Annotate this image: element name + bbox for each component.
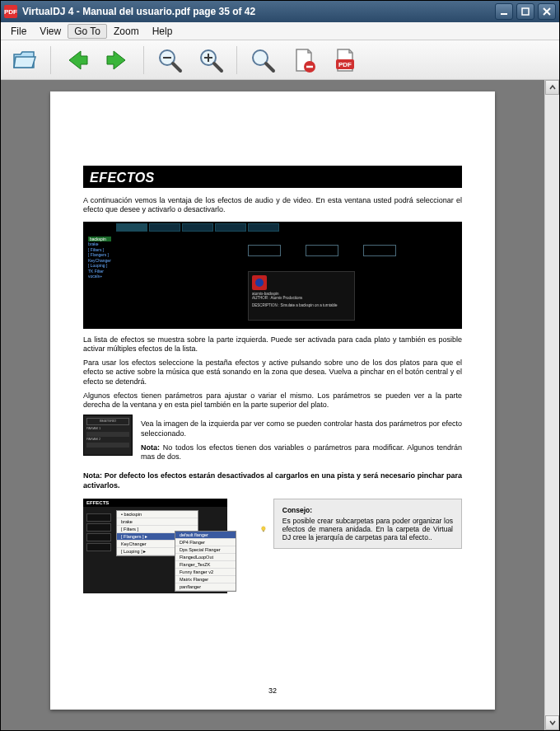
screenshot-tab [149,223,180,232]
menu-zoom[interactable]: Zoom [107,24,146,39]
svg-line-5 [173,63,180,71]
effect-detail-box: atomix-backspin AUTHOR : Atomix Producti… [248,271,355,321]
chevron-down-icon [548,719,557,727]
zoom-out-icon [156,46,184,74]
screenshot-tab [248,223,279,232]
page-remove-icon [290,46,318,74]
svg-rect-1 [522,8,529,15]
screenshot-tab [182,223,213,232]
paragraph: Nota: No todos los efectos tienen dos va… [141,443,462,462]
paragraph: Para usar los efectos seleccione la pest… [83,358,462,387]
pdf-icon: PDF [331,46,359,74]
zoom-in-button[interactable] [195,45,226,76]
toolbar: PDF [1,40,559,80]
arrow-left-icon [63,46,91,74]
export-pdf-button[interactable]: PDF [329,45,361,76]
vertical-scrollbar[interactable] [544,80,559,730]
menu-bar: File View Go To Zoom Help [1,22,559,40]
lightbulb-icon [260,520,267,538]
effects-list: backspin brake [ Filters ] [ Flangers ] … [88,237,111,279]
magnifier-icon [249,46,277,74]
section-heading: EFECTOS [83,166,462,188]
param-slot [306,245,338,256]
open-file-button[interactable] [9,45,40,76]
document-viewport: EFECTOS A continuación vemos la ventaja … [1,80,559,730]
pdf-page: EFECTOS A continuación vemos la ventaja … [50,91,495,710]
param-slot [248,245,281,256]
folder-open-icon [11,46,39,74]
window-title: VirtualDJ 4 - Manual del usuario.pdf pag… [22,6,495,17]
context-menu: • backspin brake [ Filters ] [ Flangers … [116,510,198,556]
svg-point-18 [262,527,266,531]
paragraph: Vea la imagen de la izquierda par ver co… [141,419,462,438]
effects-panel-screenshot: backspin brake [ Filters ] [ Flangers ] … [83,222,462,329]
next-page-button[interactable] [102,45,133,76]
close-button[interactable] [538,3,556,20]
menu-goto[interactable]: Go To [68,24,107,39]
toolbar-separator [50,46,51,74]
page-delete-button[interactable] [288,45,320,76]
paragraph: La lista de efectos se muestra sobre la … [83,335,462,354]
title-bar: PDF VirtualDJ 4 - Manual del usuario.pdf… [1,1,559,22]
effects-menu-screenshot: EFFECTS • backspin brake [ Filters ] [ F… [83,499,227,593]
screenshot-tab [215,223,246,232]
maximize-button[interactable] [516,3,534,20]
menu-file[interactable]: File [4,24,33,39]
paragraph: Algunos efectos tienen parámetros para a… [83,391,462,410]
beatgrid-screenshot: BEATGRID PARAM 1 PARAM 2 [83,415,133,456]
menu-help[interactable]: Help [146,24,180,39]
note-paragraph: Nota: Por defecto los efectos estarán de… [83,471,462,490]
svg-point-17 [255,279,264,287]
arrow-right-icon [104,46,132,74]
zoom-out-button[interactable] [154,45,185,76]
plugin-logo-icon [252,275,267,290]
chevron-up-icon [548,83,557,91]
scroll-down-button[interactable] [545,715,559,730]
paragraph: A continuación vemos la ventaja de los e… [83,196,462,215]
prev-page-button[interactable] [61,45,92,76]
app-icon: PDF [4,5,17,18]
svg-line-12 [266,63,273,71]
param-slot [363,245,396,256]
app-window: PDF VirtualDJ 4 - Manual del usuario.pdf… [0,0,560,731]
minimize-button[interactable] [495,3,513,20]
scroll-up-button[interactable] [545,80,559,95]
tip-box: Consejo: Es posible crear subcarpetas pa… [273,499,462,549]
zoom-in-icon [197,46,225,74]
page-scroll-area[interactable]: EFECTOS A continuación vemos la ventaja … [1,80,544,730]
sub-menu: default flanger DP4 Flanger Dps Special … [175,531,236,592]
svg-text:PDF: PDF [338,61,352,68]
menu-view[interactable]: View [33,24,68,39]
toolbar-separator [236,46,237,74]
page-number: 32 [50,686,495,695]
svg-line-8 [214,63,222,71]
zoom-fit-button[interactable] [247,45,278,76]
toolbar-separator [143,46,144,74]
svg-rect-19 [263,530,264,532]
screenshot-tab [116,223,147,232]
